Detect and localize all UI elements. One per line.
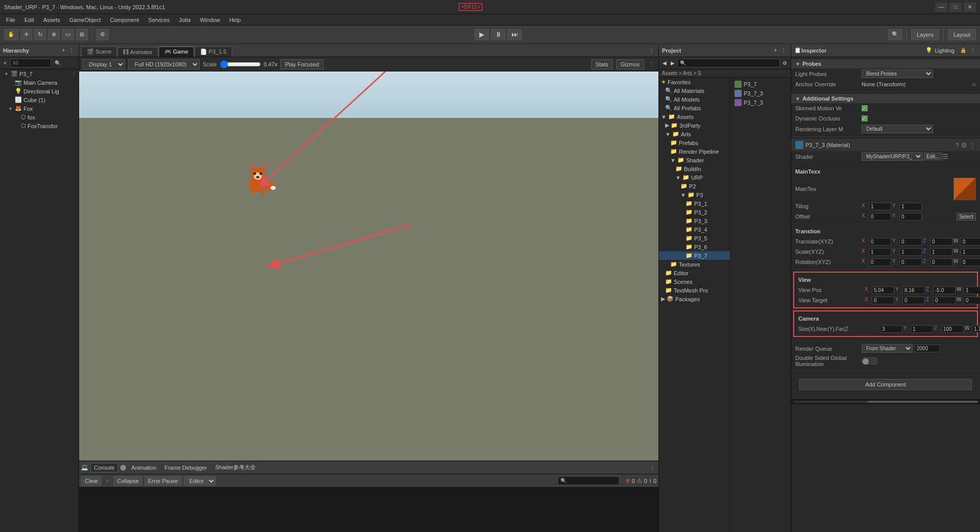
translate-w-input[interactable]: [961, 238, 980, 246]
clear-button[interactable]: Clear: [81, 476, 102, 486]
tab-animator[interactable]: 🎞 Animator: [117, 47, 158, 57]
folder-p3-1[interactable]: 📁 P3_1: [659, 199, 730, 208]
transform-tool-button[interactable]: ⊞: [76, 29, 88, 40]
scale-y-input[interactable]: [899, 248, 922, 256]
shader-list-button[interactable]: ☰: [942, 153, 948, 160]
menu-gameobject[interactable]: GameObject: [65, 16, 105, 24]
scale-w-input[interactable]: [961, 248, 980, 256]
tree-item-fox-transform[interactable]: ⬡ FoxTransfor: [0, 122, 79, 130]
tab-p3-15[interactable]: 📄 P3_1.5: [194, 46, 232, 57]
view-target-y-input[interactable]: [902, 297, 925, 304]
inspector-lock-button[interactable]: 🔒: [959, 47, 968, 54]
menu-jobs[interactable]: Jobs: [175, 16, 195, 24]
tree-item-menu[interactable]: ⋮: [71, 71, 77, 77]
material-help-button[interactable]: ?: [955, 141, 959, 149]
favorites-all-models[interactable]: 🔍 All Models: [659, 95, 730, 104]
console-search-input[interactable]: [558, 476, 619, 485]
favorites-all-materials[interactable]: 🔍 All Materials: [659, 86, 730, 95]
tab-scene[interactable]: 🎬 Scene: [81, 46, 117, 57]
camera-size-x-input[interactable]: [880, 325, 902, 333]
favorites-all-prefabs[interactable]: 🔍 All Prefabs: [659, 104, 730, 112]
dynamic-occlusion-checkbox[interactable]: ✓: [862, 115, 868, 122]
scale-tool-button[interactable]: ⊕: [48, 29, 60, 40]
asset-p3-7[interactable]: P3_7: [732, 80, 789, 89]
favorites-section[interactable]: ★ Favorites: [659, 78, 730, 86]
play-focused-button[interactable]: Play Focused: [280, 59, 324, 69]
editor-filter-select[interactable]: Editor: [184, 476, 216, 486]
folder-editor[interactable]: 📁 Editor: [659, 269, 730, 277]
folder-p3-7[interactable]: 📁 P3_7: [659, 251, 730, 260]
console-tab-label[interactable]: Console: [90, 463, 118, 472]
hierarchy-new-button[interactable]: +: [2, 60, 8, 66]
tiling-y-input[interactable]: 1: [899, 203, 922, 210]
probes-header[interactable]: ▼ Probes: [791, 59, 980, 68]
hierarchy-menu-button[interactable]: ⋮: [67, 47, 76, 54]
menu-component[interactable]: Component: [106, 16, 143, 24]
view-target-z-input[interactable]: [933, 297, 955, 304]
additional-settings-header[interactable]: ▼ Additional Settings: [791, 94, 980, 103]
folder-p2[interactable]: 📁 P2: [659, 182, 730, 190]
folder-p3-5[interactable]: 📁 P3_5: [659, 234, 730, 243]
offset-x-input[interactable]: 0: [869, 213, 891, 221]
project-back-button[interactable]: ◀: [661, 60, 668, 66]
tree-item-fox[interactable]: ▼ 🦊 Fox: [0, 104, 79, 113]
search-button[interactable]: 🔍: [888, 29, 902, 40]
folder-p3-3[interactable]: 📁 P3_3: [659, 216, 730, 225]
translate-x-input[interactable]: [869, 238, 891, 246]
skinned-motion-checkbox[interactable]: ✓: [862, 105, 868, 111]
settings-button[interactable]: ⚙: [96, 29, 109, 40]
texture-thumbnail[interactable]: [953, 178, 976, 200]
menu-assets[interactable]: Assets: [39, 16, 64, 24]
shader-select[interactable]: MyShader/URP/P3_7_3: [862, 152, 923, 161]
hierarchy-search-icon[interactable]: 🔍: [53, 60, 62, 66]
folder-urp[interactable]: ▼ 📁 URP: [659, 173, 730, 182]
scale-slider[interactable]: [220, 60, 261, 68]
rotation-w-input[interactable]: [961, 258, 980, 266]
move-tool-button[interactable]: ✛: [20, 29, 32, 40]
maximize-button[interactable]: □: [949, 3, 962, 12]
folder-p3[interactable]: ▼ 📁 P3: [659, 190, 730, 199]
collapse-button[interactable]: Collapse: [113, 476, 142, 486]
view-target-x-input[interactable]: [872, 297, 894, 304]
translate-z-input[interactable]: [930, 238, 952, 246]
scale-z-input[interactable]: [930, 248, 952, 256]
translate-y-input[interactable]: [899, 238, 922, 246]
view-pos-y-input[interactable]: [902, 286, 925, 294]
folder-prefabs[interactable]: 📁 Prefabs: [659, 138, 730, 147]
folder-shader[interactable]: ▼ 📁 Shader: [659, 156, 730, 164]
project-add-button[interactable]: +: [772, 47, 778, 54]
render-queue-value-input[interactable]: [915, 345, 940, 352]
inspector-menu-button[interactable]: ⋮: [969, 47, 977, 54]
folder-textmesh-pro[interactable]: 📁 TextMesh Pro: [659, 286, 730, 295]
add-component-button[interactable]: Add Component: [799, 379, 972, 390]
camera-size-w-input[interactable]: [972, 325, 980, 333]
light-probes-select[interactable]: Blend Probes: [862, 69, 933, 78]
project-menu-button[interactable]: ⋮: [779, 47, 788, 54]
tree-item-main-camera[interactable]: 📷 Main Camera: [0, 78, 79, 87]
menu-services[interactable]: Services: [144, 16, 174, 24]
folder-p3-2[interactable]: 📁 P3_2: [659, 208, 730, 216]
shader-edit-button[interactable]: Edit...: [924, 153, 942, 160]
rotation-x-input[interactable]: [869, 258, 891, 266]
view-pos-w-input[interactable]: [964, 286, 980, 294]
folder-3rdparty[interactable]: ▶ 📁 3rdParty: [659, 121, 730, 130]
animation-tab-label[interactable]: Animation: [128, 464, 159, 472]
tree-item-directional-light[interactable]: 💡 Directional Lig: [0, 87, 79, 95]
pause-button[interactable]: ⏸: [491, 29, 505, 40]
folder-textures[interactable]: 📁 Textures: [659, 260, 730, 269]
material-settings-button[interactable]: ⚙: [961, 141, 967, 149]
step-button[interactable]: ⏭: [507, 29, 522, 40]
tiling-x-input[interactable]: 1: [869, 203, 891, 210]
project-filter-button[interactable]: ⚙: [781, 60, 789, 66]
folder-p3-6[interactable]: 📁 P3_6: [659, 243, 730, 251]
layout-button[interactable]: Layout: [948, 29, 976, 40]
view-pos-x-input[interactable]: [872, 286, 894, 294]
folder-p3-4[interactable]: 📁 P3_4: [659, 225, 730, 234]
resolution-select[interactable]: Full HD (1920x1080): [128, 59, 200, 69]
rotation-y-input[interactable]: [899, 258, 922, 266]
display-select[interactable]: Display 1: [82, 59, 125, 69]
hierarchy-add-button[interactable]: +: [60, 47, 66, 54]
asset-p3-7-3-shader[interactable]: P3_7_3: [732, 98, 789, 107]
assets-root[interactable]: ▼ 📁 Assets: [659, 112, 730, 121]
folder-scenes[interactable]: 📁 Scenes: [659, 277, 730, 286]
